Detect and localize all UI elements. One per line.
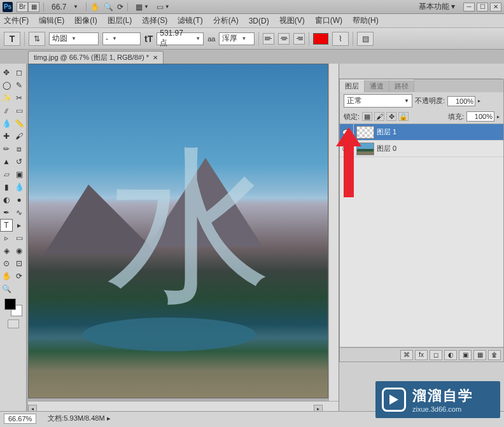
align-center-button[interactable] — [278, 33, 290, 45]
hand-tool[interactable]: ✋ — [0, 270, 13, 283]
arrange-docs-dropdown[interactable]: ▦ ▼ — [136, 3, 149, 11]
3d-tool-b[interactable]: ⊡ — [13, 257, 25, 270]
layer-style-button[interactable]: fx — [415, 350, 428, 360]
menu-view[interactable]: 视图(V) — [279, 15, 305, 26]
font-family-select[interactable]: 幼圆 — [49, 32, 99, 45]
menu-help[interactable]: 帮助(H) — [353, 15, 379, 26]
lock-position-icon[interactable]: ✥ — [386, 112, 396, 121]
pencil-tool[interactable]: ✏ — [0, 143, 13, 155]
quick-select-tool[interactable]: ✎ — [13, 79, 25, 92]
marquee-tool[interactable]: ◻ — [13, 66, 25, 79]
opacity-input[interactable]: 100% — [447, 96, 475, 106]
lasso-tool[interactable]: ◯ — [0, 79, 13, 92]
canvas-area[interactable]: 水 ◂ ▸ — [27, 64, 339, 411]
layer-thumbnail[interactable] — [356, 126, 374, 139]
paint-bucket-tool[interactable]: ▮ — [0, 181, 13, 193]
eyedropper-tool[interactable]: 💧 — [0, 117, 13, 130]
opacity-flyout-icon[interactable]: ▸ — [478, 98, 480, 104]
link-layers-button[interactable]: ⌘ — [400, 350, 413, 360]
brush-tool[interactable]: 🖌 — [13, 130, 25, 143]
menu-3d[interactable]: 3D(D) — [249, 17, 269, 25]
gradient-tool[interactable]: ▣ — [13, 168, 25, 181]
tab-paths[interactable]: 路径 — [389, 80, 414, 92]
align-left-button[interactable] — [263, 33, 274, 45]
text-orientation-icon[interactable]: ⇅ — [29, 32, 45, 46]
workspace-switcher[interactable]: 基本功能 ▾ — [419, 1, 455, 12]
close-button[interactable]: ✕ — [490, 3, 501, 11]
document-tab[interactable]: timg.jpg @ 66.7% (图层 1, RGB/8#) * ✕ — [28, 51, 164, 64]
font-style-select[interactable]: - — [102, 32, 141, 45]
3d-camera-tool[interactable]: ◉ — [13, 244, 25, 257]
visibility-toggle-icon[interactable] — [342, 129, 351, 136]
scroll-right-button[interactable]: ▸ — [314, 405, 323, 412]
path-select-tool[interactable]: ▸ — [13, 219, 25, 232]
bridge-icon[interactable]: Br — [17, 2, 28, 12]
tab-channels[interactable]: 通道 — [365, 80, 389, 92]
new-layer-button[interactable]: ▦ — [473, 350, 486, 360]
layer-mask-button[interactable]: ◻ — [430, 350, 442, 360]
scrollbar-vertical[interactable] — [328, 64, 339, 401]
tool-preset-icon[interactable]: T — [4, 32, 20, 46]
crop-tool[interactable]: ✂ — [13, 92, 25, 104]
magic-wand-tool[interactable]: ✨ — [0, 92, 13, 104]
lock-transparency-icon[interactable]: ▦ — [362, 112, 372, 121]
menu-file[interactable]: 文件(F) — [4, 15, 29, 26]
menu-window[interactable]: 窗口(W) — [315, 15, 342, 26]
blend-mode-select[interactable]: 正常 — [344, 94, 412, 108]
pen-tool[interactable]: ✒ — [0, 206, 13, 219]
burn-tool[interactable]: ● — [13, 193, 25, 206]
scrollbar-horizontal[interactable]: ◂ ▸ — [28, 401, 339, 411]
zoom-tool[interactable]: 🔍 — [0, 283, 13, 295]
minimize-button[interactable]: ─ — [463, 3, 475, 11]
tab-layers[interactable]: 图层 — [340, 80, 365, 92]
stamp-tool[interactable]: ▲ — [0, 155, 13, 168]
menu-select[interactable]: 选择(S) — [142, 15, 167, 26]
3d-tool-a[interactable]: ⊙ — [0, 257, 13, 270]
minibridge-icon[interactable]: ▦ — [28, 2, 39, 12]
layer-row[interactable]: 图层 1 — [340, 124, 503, 141]
collapsed-panel-strip[interactable] — [339, 64, 502, 79]
character-panel-button[interactable]: ▤ — [357, 32, 374, 46]
menu-edit[interactable]: 编辑(E) — [39, 15, 64, 26]
status-doc-info[interactable]: 文档:5.93M/8.48M ▸ — [48, 414, 110, 423]
layer-thumbnail[interactable] — [356, 143, 374, 155]
ruler-tool[interactable]: 📏 — [13, 117, 25, 130]
slice-tool[interactable]: ▭ — [13, 104, 25, 117]
rotate-tool[interactable]: ⟳ — [13, 270, 25, 283]
menu-analysis[interactable]: 分析(A) — [213, 15, 239, 26]
crop-tool2[interactable]: ⫽ — [0, 104, 13, 117]
healing-brush-tool[interactable]: ✚ — [0, 130, 13, 143]
delete-layer-button[interactable]: 🗑 — [488, 350, 501, 360]
group-button[interactable]: ▣ — [459, 350, 472, 360]
adjustment-layer-button[interactable]: ◐ — [444, 350, 457, 360]
clone-stamp-tool[interactable]: ⧈ — [13, 143, 25, 155]
color-swatches[interactable] — [4, 298, 22, 316]
menu-filter[interactable]: 滤镜(T) — [178, 15, 202, 26]
screen-mode-dropdown[interactable]: ▭ ▼ — [157, 3, 170, 11]
type-tool[interactable]: T — [0, 219, 13, 232]
shape-tool[interactable]: ▭ — [13, 232, 25, 244]
document-canvas[interactable]: 水 — [29, 64, 328, 398]
blur-tool[interactable]: 💧 — [13, 181, 25, 193]
antialias-select[interactable]: 浑厚 — [219, 32, 255, 45]
zoom-tool-icon[interactable]: 🔍 — [104, 3, 113, 11]
lock-all-icon[interactable]: 🔒 — [398, 112, 409, 121]
layer-row[interactable]: 图层 0 — [340, 141, 503, 157]
close-tab-icon[interactable]: ✕ — [153, 54, 158, 61]
direct-select-tool[interactable]: ▹ — [0, 232, 13, 244]
freeform-pen-tool[interactable]: ∿ — [13, 206, 25, 219]
text-color-swatch[interactable] — [313, 33, 328, 45]
status-zoom[interactable]: 66.67% — [4, 414, 36, 424]
warp-text-button[interactable]: ⌇ — [332, 32, 349, 46]
move-tool[interactable]: ✥ — [0, 66, 13, 79]
menu-layer[interactable]: 图层(L) — [108, 15, 132, 26]
hand-tool-icon[interactable]: ✋ — [90, 3, 100, 11]
fill-input[interactable]: 100% — [466, 111, 494, 122]
3d-object-tool[interactable]: ◈ — [0, 244, 13, 257]
maximize-button[interactable]: ☐ — [477, 3, 488, 11]
lock-pixels-icon[interactable]: 🖌 — [374, 112, 384, 121]
visibility-toggle-icon[interactable] — [342, 146, 351, 152]
zoom-dropdown[interactable]: 66.7 ▼ — [52, 3, 78, 11]
layer-name[interactable]: 图层 1 — [377, 127, 396, 137]
history-brush-tool[interactable]: ↺ — [13, 155, 25, 168]
